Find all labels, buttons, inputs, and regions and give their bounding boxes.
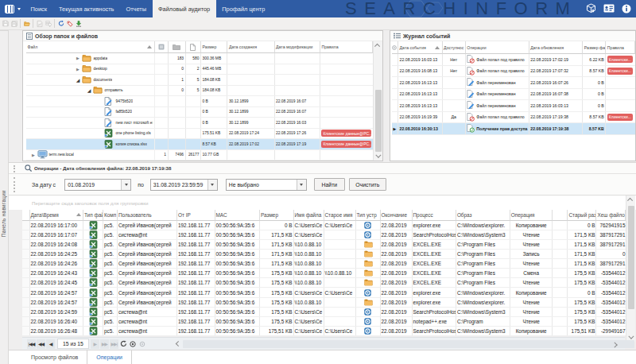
- column-header-access[interactable]: Доступнос: [443, 41, 466, 54]
- rule-filter-combo[interactable]: Не выбрано: [226, 179, 307, 191]
- column-header-extra[interactable]: [553, 210, 568, 221]
- column-header-ip[interactable]: От IP: [177, 210, 215, 221]
- scrollbar-thumb[interactable]: [375, 90, 382, 152]
- operation-row[interactable]: 22.08.2019 16:24:57 pc5. Сергей Иванов(с…: [22, 298, 626, 308]
- column-header-hash[interactable]: Хеш файло: [596, 210, 626, 221]
- next-group-button[interactable]: ▶▶: [100, 339, 109, 349]
- column-header-file-size[interactable]: Размер фа: [583, 41, 606, 54]
- event-row[interactable]: 22.08.2019 16:30:13 Получение прав досту…: [392, 123, 635, 135]
- prev-group-button[interactable]: ◀◀: [37, 339, 45, 349]
- operation-row[interactable]: 22.08.2019 16:24:08 pc5. Сергей Иванов(с…: [22, 240, 626, 250]
- column-header-files[interactable]: [186, 41, 201, 53]
- event-row[interactable]: 22.08.2019 16:13:13 Файл переименован 22…: [392, 89, 635, 101]
- folder-tree-row[interactable]: копия списка.xlsx 8.57 KB 22.08.2019 17:…: [26, 139, 373, 150]
- operation-row[interactable]: 22.08.2019 16:24:43 pc5. Сергей Иванов(с…: [22, 269, 626, 278]
- column-header-computer[interactable]: Комп: [103, 210, 118, 221]
- folder-tree-row[interactable]: fa85b520 0 B 30.12.1899 22.08.2019 16:07: [26, 107, 373, 118]
- tree-expand-icon[interactable]: [75, 77, 82, 83]
- settings-button[interactable]: [138, 339, 147, 349]
- clear-button[interactable]: Очистить: [349, 178, 386, 191]
- license-card-icon[interactable]: [603, 4, 615, 13]
- main-tab[interactable]: Текущая активность: [52, 0, 119, 17]
- folder-tree-row[interactable]: отправить 0 5 184.08 KB: [26, 86, 373, 97]
- refresh-button[interactable]: [57, 18, 65, 29]
- event-row[interactable]: 22.08.2019 16:13:13 Файл переименован 22…: [392, 77, 635, 89]
- folder-tree-row[interactable]: 9475b520 0 B 30.12.1899 22.08.2019 16:07: [26, 96, 373, 107]
- column-header-rules[interactable]: Правила: [320, 41, 373, 53]
- scrollbar-thumb[interactable]: [628, 206, 634, 309]
- operation-row[interactable]: 22.08.2019 16:26:40 pc5. система@nt 192.…: [22, 317, 626, 327]
- open-folder-button[interactable]: [23, 18, 31, 29]
- event-row[interactable]: 22.08.2019 16:03:13 Нет Файл попал под п…: [392, 54, 635, 66]
- tree-expand-icon[interactable]: [86, 87, 93, 93]
- scroll-left-icon[interactable]: [173, 339, 181, 349]
- operations-scrollbar[interactable]: [626, 196, 635, 342]
- date-from-dropdown-button[interactable]: [121, 180, 130, 190]
- tree-expand-icon[interactable]: [75, 67, 82, 72]
- report-button[interactable]: [36, 18, 44, 29]
- tree-expand-icon[interactable]: [30, 153, 37, 157]
- tag-rule-button[interactable]: [66, 18, 74, 29]
- column-header-process[interactable]: Процесс: [413, 210, 456, 221]
- column-header-end[interactable]: Окончание: [381, 210, 413, 221]
- column-header-modified[interactable]: Дата модификации: [275, 41, 320, 53]
- scroll-down-icon[interactable]: [374, 152, 382, 161]
- operation-row[interactable]: 22.08.2019 16:17:07 pc5. система@nt 192.…: [22, 230, 626, 240]
- folder-tree-row[interactable]: new лист microsoft ex 0 B 30.12.1899 22.…: [26, 118, 373, 129]
- bottom-tab[interactable]: Операции: [87, 350, 132, 364]
- column-header-oldsize[interactable]: Старый раз: [568, 210, 596, 221]
- date-to-dropdown-button[interactable]: [207, 180, 217, 190]
- column-header-filename[interactable]: Имя файла: [294, 210, 324, 221]
- scroll-up-icon[interactable]: [374, 41, 382, 50]
- column-header-size[interactable]: Размер: [260, 210, 294, 221]
- column-header-folders[interactable]: [169, 41, 186, 53]
- column-header-user[interactable]: Пользователь: [118, 210, 177, 221]
- prev-page-button[interactable]: ◀: [46, 339, 55, 349]
- column-header-rules-count[interactable]: [155, 41, 169, 53]
- column-header-mac[interactable]: MAC: [215, 210, 261, 221]
- next-page-button[interactable]: ▶: [91, 339, 99, 349]
- info-icon[interactable]: [622, 4, 631, 14]
- rule-filter-dropdown-button[interactable]: [297, 180, 306, 190]
- first-page-button[interactable]: |◀◀: [27, 339, 36, 349]
- column-header-operation[interactable]: Операция: [510, 210, 553, 221]
- folder-tree-row[interactable]: documents 1 5 184.08 KB: [26, 75, 373, 86]
- drag-handle[interactable]: [14, 165, 16, 172]
- column-header-updated[interactable]: Дата обновления: [529, 41, 583, 54]
- last-page-button[interactable]: ▶▶|: [110, 339, 118, 349]
- folder-tree-row[interactable]: one phone listing.xls 175.51 KB 22.08.20…: [26, 129, 373, 140]
- column-header-filetype[interactable]: Тип фай: [83, 210, 103, 221]
- main-tab[interactable]: Поиск: [25, 0, 52, 17]
- folder-tree-row[interactable]: desktop 0 2 445.46 MB: [26, 64, 373, 76]
- column-header-created[interactable]: Дата создания: [227, 41, 274, 53]
- date-to-combo[interactable]: 31.08.2019 23:59:59: [150, 179, 218, 191]
- column-header-oldname[interactable]: Старое имя: [324, 210, 356, 221]
- operation-row[interactable]: 22.08.2019 16:24:45 pc5. Сергей Иванов(с…: [22, 278, 626, 288]
- product-cube-icon[interactable]: [586, 3, 596, 14]
- stop-button[interactable]: [129, 339, 138, 349]
- bottom-tab[interactable]: Просмотр файлов: [22, 350, 87, 364]
- column-header-devicetype[interactable]: Тип устр: [356, 210, 381, 221]
- folder-panel-scrollbar[interactable]: [373, 41, 382, 161]
- main-tab[interactable]: Отчеты: [120, 0, 153, 17]
- date-from-combo[interactable]: 01.08.2019: [64, 179, 131, 191]
- hscrollbar-thumb[interactable]: [183, 340, 634, 348]
- search-button[interactable]: Найти: [314, 178, 345, 191]
- operation-row[interactable]: 22.08.2019 16:24:25 pc5. Сергей Иванов(с…: [22, 250, 626, 259]
- group-by-bar[interactable]: Перетащите сюда заголовок поля для групп…: [9, 196, 636, 210]
- save-all-button[interactable]: [10, 18, 18, 29]
- main-tab[interactable]: Файловый аудитор: [153, 0, 216, 17]
- operation-row[interactable]: 22.08.2019 16:24:59 pc5. система@nt 192.…: [22, 308, 626, 317]
- download-events-button[interactable]: [75, 18, 83, 29]
- event-row[interactable]: 22.08.2019 16:13:13 Файл переименован 22…: [392, 100, 635, 112]
- export-button[interactable]: [45, 18, 52, 29]
- folder-tree-row[interactable]: appdata 183 580 300.36 MB: [26, 53, 373, 64]
- event-row[interactable]: 22.08.2019 16:08:13 Нет Файл попал под п…: [392, 66, 635, 78]
- column-header-rules[interactable]: Правила: [606, 41, 634, 54]
- column-header-file[interactable]: Файл: [26, 41, 155, 53]
- column-header-size[interactable]: Размер: [201, 41, 227, 53]
- save-button[interactable]: [2, 18, 10, 29]
- column-header-datetime[interactable]: Дата\Время: [30, 210, 84, 221]
- operation-row[interactable]: 22.08.2019 16:24:57 pc5. Сергей Иванов(с…: [22, 288, 626, 297]
- column-header-image[interactable]: Образ: [456, 210, 510, 221]
